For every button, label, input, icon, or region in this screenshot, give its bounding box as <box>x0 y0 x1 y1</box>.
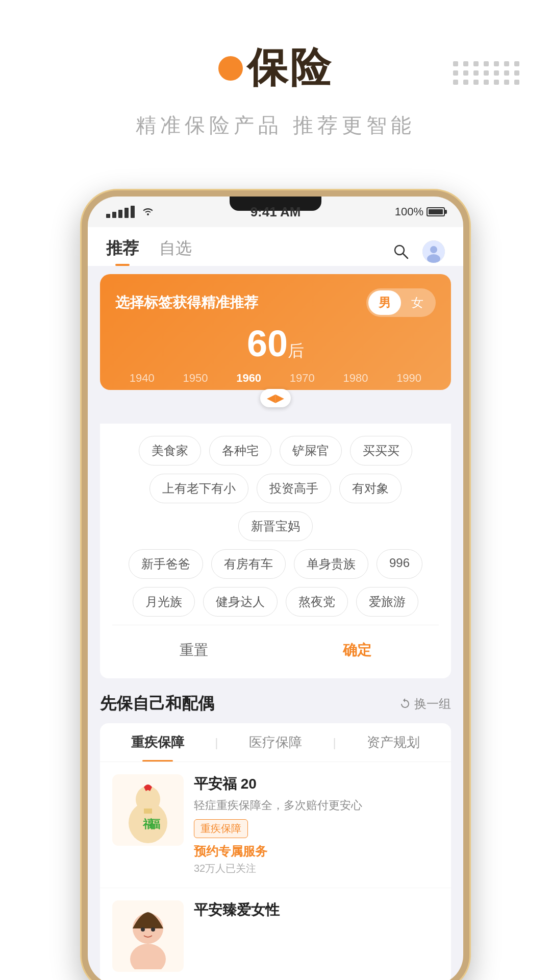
signal-dots <box>106 206 135 218</box>
svg-text:福: 福 <box>148 818 160 830</box>
banner-header: 选择标签获得精准推荐 男 女 <box>115 288 436 317</box>
tag-traveler[interactable]: 爱旅游 <box>356 587 418 617</box>
slider-handle[interactable]: ◀▶ <box>260 389 291 407</box>
gender-toggle[interactable]: 男 女 <box>366 288 436 317</box>
nav-left: 推荐 自选 <box>106 237 192 266</box>
battery-area: 100% <box>395 205 445 218</box>
top-area: 保险 精准保险产品 推荐更智能 <box>0 0 551 175</box>
age-number: 60 <box>247 323 288 364</box>
search-icon[interactable] <box>390 240 412 263</box>
tag-single[interactable]: 单身贵族 <box>294 549 368 579</box>
tags-row-4: 月光族 健身达人 熬夜党 爱旅游 <box>112 587 439 617</box>
status-bar: 9:41 AM 100% <box>88 197 463 227</box>
confirm-button[interactable]: 确定 <box>312 635 402 665</box>
product-info-1: 平安福 20 轻症重疾保障全，多次赔付更安心 重疾保障 预约专属服务 32万人已… <box>194 774 439 875</box>
reset-button[interactable]: 重置 <box>149 635 239 665</box>
tag-nightowl[interactable]: 熬夜党 <box>286 587 348 617</box>
product-name-2: 平安臻爱女性 <box>194 900 439 920</box>
tag-996[interactable]: 996 <box>377 549 422 579</box>
gender-female-btn[interactable]: 女 <box>401 290 434 315</box>
tags-section: 美食家 各种宅 铲屎官 买买买 上有老下有小 投资高手 有对象 新晋宝妈 新手爸… <box>100 424 451 678</box>
tab-recommend[interactable]: 推荐 <box>106 237 139 266</box>
section-header: 先保自己和配偶 换一组 <box>88 678 463 723</box>
svg-point-11 <box>130 944 166 969</box>
tag-spender[interactable]: 月光族 <box>133 587 195 617</box>
status-time: 9:41 AM <box>251 204 301 220</box>
product-image-2 <box>112 900 184 972</box>
tag-newdad[interactable]: 新手爸爸 <box>129 549 203 579</box>
phone-wrapper: 9:41 AM 100% 推荐 自选 <box>0 175 551 980</box>
year-1990: 1990 <box>396 372 421 385</box>
brand-subtitle: 精准保险产品 推荐更智能 <box>0 111 551 139</box>
product-tabs: 重疾保障 | 医疗保障 | 资产规划 <box>100 723 451 762</box>
battery-icon <box>427 207 445 216</box>
svg-point-13 <box>151 927 155 932</box>
product-info-2: 平安臻爱女性 <box>194 900 439 972</box>
age-display: 60后 <box>115 325 436 362</box>
product-desc-1: 轻症重疾保障全，多次赔付更安心 <box>194 798 439 813</box>
year-1940: 1940 <box>130 372 155 385</box>
tags-row-2: 上有老下有小 投资高手 有对象 新晋宝妈 <box>112 474 439 541</box>
gender-male-btn[interactable]: 男 <box>368 290 401 315</box>
app-content: 推荐 自选 <box>88 227 463 980</box>
tag-petowner[interactable]: 铲屎官 <box>280 436 342 465</box>
product-item: 福 福 平安福 20 轻症重疾保障全，多次赔付更安心 重疾保障 预约专属服务 3… <box>100 762 451 888</box>
refresh-icon <box>399 698 411 710</box>
tab-medical[interactable]: 医疗保障 <box>218 723 333 762</box>
tag-homeowner[interactable]: 有房有车 <box>211 549 286 579</box>
brand-dot-icon <box>218 56 243 81</box>
nav-tabs: 推荐 自选 <box>88 227 463 266</box>
svg-line-1 <box>403 254 408 258</box>
tab-custom[interactable]: 自选 <box>159 237 192 266</box>
product-image-gourd: 福 福 <box>117 777 179 843</box>
tag-homebody[interactable]: 各种宅 <box>209 436 271 465</box>
product-tab-bar: 重疾保障 | 医疗保障 | 资产规划 <box>100 723 451 762</box>
tag-newmom[interactable]: 新晋宝妈 <box>238 511 313 541</box>
year-1980: 1980 <box>343 372 368 385</box>
slider-arrows-icon: ◀▶ <box>267 391 284 405</box>
tag-investor[interactable]: 投资高手 <box>257 474 331 503</box>
svg-rect-7 <box>144 808 152 814</box>
dots-decoration <box>453 61 520 85</box>
year-1950: 1950 <box>183 372 208 385</box>
avatar[interactable] <box>422 240 445 263</box>
battery-percent: 100% <box>395 205 423 218</box>
tags-row-1: 美食家 各种宅 铲屎官 买买买 <box>112 436 439 465</box>
year-1970: 1970 <box>290 372 315 385</box>
tag-gourmet[interactable]: 美食家 <box>139 436 201 465</box>
product-link-1[interactable]: 预约专属服务 <box>194 843 439 860</box>
brand-title: 保险 <box>218 41 333 96</box>
action-row: 重置 确定 <box>112 625 439 670</box>
tag-couple[interactable]: 有对象 <box>339 474 402 503</box>
wifi-icon <box>142 205 154 218</box>
product-name-1: 平安福 20 <box>194 774 439 794</box>
nav-right <box>390 240 445 263</box>
tag-family[interactable]: 上有老下有小 <box>149 474 248 503</box>
tags-row-3: 新手爸爸 有房有车 单身贵族 996 <box>112 549 439 579</box>
section-title: 先保自己和配偶 <box>100 693 214 715</box>
product-item-2: 平安臻爱女性 <box>100 888 451 980</box>
signal-area <box>106 205 154 218</box>
phone-frame: 9:41 AM 100% 推荐 自选 <box>82 190 469 980</box>
product-list: 福 福 平安福 20 轻症重疾保障全，多次赔付更安心 重疾保障 预约专属服务 3… <box>100 762 451 980</box>
banner-title: 选择标签获得精准推荐 <box>115 293 258 312</box>
battery-fill <box>429 209 443 214</box>
tag-shopper[interactable]: 买买买 <box>350 436 412 465</box>
svg-point-3 <box>430 246 437 253</box>
product-followers-1: 32万人已关注 <box>194 862 439 875</box>
product-badge-1: 重疾保障 <box>194 819 248 838</box>
tag-fitness[interactable]: 健身达人 <box>203 587 278 617</box>
year-1960: 1960 <box>236 372 261 385</box>
svg-point-12 <box>141 927 145 932</box>
change-group-label: 换一组 <box>414 696 451 712</box>
banner-card: 选择标签获得精准推荐 男 女 60后 1940 1950 1960 1970 <box>100 274 451 390</box>
year-ruler: 1940 1950 1960 1970 1980 1990 <box>115 366 436 390</box>
tab-asset[interactable]: 资产规划 <box>336 723 451 762</box>
age-suffix: 后 <box>288 341 304 360</box>
product-image-female <box>117 903 179 969</box>
banner-section: 选择标签获得精准推荐 男 女 60后 1940 1950 1960 1970 <box>88 266 463 424</box>
tab-critical-illness[interactable]: 重疾保障 <box>100 723 215 762</box>
product-image-1: 福 福 <box>112 774 184 846</box>
brand-text: 保险 <box>247 41 333 96</box>
change-group-button[interactable]: 换一组 <box>399 696 451 712</box>
